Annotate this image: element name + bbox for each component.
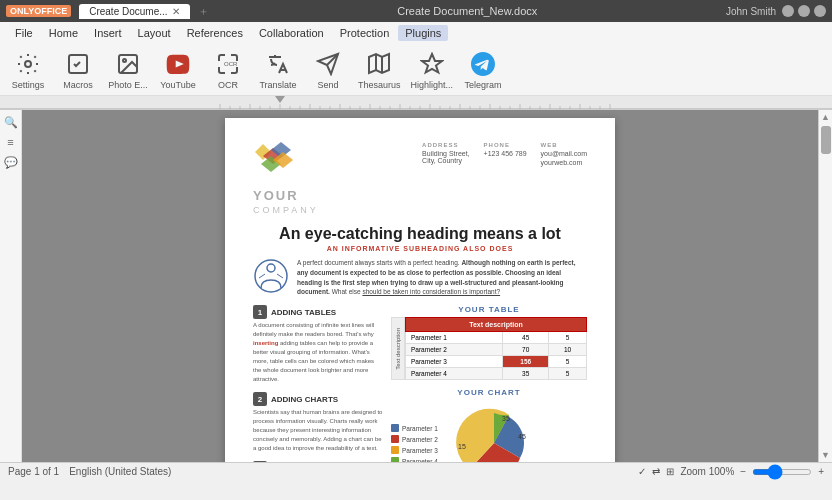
address-label: ADDRESS	[422, 142, 469, 148]
section-1-badge: 1	[253, 305, 267, 319]
menu-layout[interactable]: Layout	[131, 25, 178, 41]
menu-plugins[interactable]: Plugins	[398, 25, 448, 41]
pie-chart: 35 45 70 15	[444, 401, 544, 462]
ocr-label: OCR	[218, 80, 238, 90]
row4-val2: 5	[548, 368, 586, 380]
section-1: 1 ADDING TABLES A document consisting of…	[253, 305, 383, 384]
status-left: Page 1 of 1 English (United States)	[8, 466, 171, 477]
svg-line-56	[277, 274, 283, 278]
phone-value: +123 456 789	[484, 150, 527, 157]
row1-val1: 45	[503, 332, 549, 344]
translate-button[interactable]: Translate	[258, 50, 298, 90]
section-1-title: ADDING TABLES	[271, 308, 336, 317]
two-col-layout: 1 ADDING TABLES A document consisting of…	[253, 305, 587, 462]
row4-label: Parameter 4	[406, 368, 503, 380]
telegram-button[interactable]: Telegram	[463, 50, 503, 90]
nav-sidebar-btn[interactable]: ≡	[3, 134, 19, 150]
search-sidebar-btn[interactable]: 🔍	[3, 114, 19, 130]
spell-check-icon[interactable]: ✓	[638, 466, 646, 477]
chart-legend: Parameter 1 Parameter 2 Parameter 3	[391, 424, 438, 462]
minimize-button[interactable]	[782, 5, 794, 17]
document-tab[interactable]: Create Docume... ✕	[79, 4, 189, 19]
legend-item-2: Parameter 2	[391, 435, 438, 443]
your-table-label: YOUR TABLE	[391, 305, 587, 314]
web-value2: yourweb.com	[541, 159, 587, 166]
thesaurus-icon	[365, 50, 393, 78]
company-logo: YOUR COMPANY	[253, 142, 319, 215]
macros-button[interactable]: Macros	[58, 50, 98, 90]
title-bar-left: ONLYOFFICE Create Docume... ✕ ＋	[6, 4, 209, 19]
photo-label: Photo E...	[108, 80, 148, 90]
row3-val2: 5	[548, 356, 586, 368]
web-value1: you@mail.com	[541, 150, 587, 157]
title-bar-right: John Smith	[726, 5, 826, 17]
web-col: WEB you@mail.com yourweb.com	[541, 142, 587, 166]
photo-button[interactable]: Photo E...	[108, 50, 148, 90]
row3-label: Parameter 3	[406, 356, 503, 368]
zoom-slider[interactable]	[752, 469, 812, 475]
section-2-title: ADDING CHARTS	[271, 395, 338, 404]
view-icon[interactable]: ⊞	[666, 466, 674, 477]
menu-collaboration[interactable]: Collaboration	[252, 25, 331, 41]
telegram-icon	[469, 50, 497, 78]
legend-color-2	[391, 435, 399, 443]
svg-point-54	[267, 264, 275, 272]
settings-button[interactable]: Settings	[8, 50, 48, 90]
highlight-button[interactable]: Highlight...	[411, 50, 454, 90]
row4-val1: 35	[503, 368, 549, 380]
comment-sidebar-btn[interactable]: 💬	[3, 154, 19, 170]
close-button[interactable]	[814, 5, 826, 17]
macros-label: Macros	[63, 80, 93, 90]
section-2-header: 2 ADDING CHARTS	[253, 392, 383, 406]
svg-point-3	[123, 59, 126, 62]
zoom-out-btn[interactable]: −	[740, 466, 746, 477]
legend-color-4	[391, 457, 399, 462]
language-info: English (United States)	[69, 466, 171, 477]
menu-home[interactable]: Home	[42, 25, 85, 41]
intro-icon	[253, 258, 289, 294]
table-side-label: Text description	[391, 317, 405, 380]
v-scrollbar[interactable]: ▲ ▼	[818, 110, 832, 462]
menu-references[interactable]: References	[180, 25, 250, 41]
table-row: Parameter 1 45 5	[406, 332, 587, 344]
address-value: Building Street,City, Country	[422, 150, 469, 164]
youtube-label: YouTube	[160, 80, 195, 90]
logo-shapes	[253, 142, 303, 182]
scroll-thumb[interactable]	[821, 126, 831, 154]
legend-item-3: Parameter 3	[391, 446, 438, 454]
window-controls	[782, 5, 826, 17]
section-3: 3 GRAMMAR AND SPELLING Grammar mistakes …	[253, 461, 383, 462]
menu-file[interactable]: File	[8, 25, 40, 41]
tab-label: Create Docume...	[89, 6, 167, 17]
highlight-label: Highlight...	[411, 80, 454, 90]
scroll-down-btn[interactable]: ▼	[821, 450, 830, 460]
send-button[interactable]: Send	[308, 50, 348, 90]
send-label: Send	[317, 80, 338, 90]
svg-text:45: 45	[518, 433, 526, 440]
legend-label-3: Parameter 3	[402, 447, 438, 454]
ocr-button[interactable]: OCR OCR	[208, 50, 248, 90]
thesaurus-button[interactable]: Thesaurus	[358, 50, 401, 90]
svg-point-0	[25, 61, 31, 67]
menu-insert[interactable]: Insert	[87, 25, 129, 41]
doc-intro: A perfect document always starts with a …	[253, 258, 587, 297]
telegram-label: Telegram	[465, 80, 502, 90]
track-changes-icon[interactable]: ⇄	[652, 466, 660, 477]
scroll-track	[821, 122, 831, 450]
menu-protection[interactable]: Protection	[333, 25, 397, 41]
doc-scroll-area[interactable]: YOUR COMPANY ADDRESS Building Street,Cit…	[22, 110, 818, 462]
tab-close-icon[interactable]: ✕	[172, 6, 180, 17]
new-tab-icon[interactable]: ＋	[198, 4, 209, 19]
section-2: 2 ADDING CHARTS Scientists say that huma…	[253, 392, 383, 453]
svg-text:35: 35	[502, 415, 510, 422]
maximize-button[interactable]	[798, 5, 810, 17]
svg-point-53	[255, 260, 287, 292]
web-label: WEB	[541, 142, 587, 148]
status-bar: Page 1 of 1 English (United States) ✓ ⇄ …	[0, 462, 832, 480]
legend-label-1: Parameter 1	[402, 425, 438, 432]
title-center: Create Document_New.docx	[397, 5, 537, 17]
youtube-button[interactable]: YouTube	[158, 50, 198, 90]
your-chart-label: YOUR CHART	[391, 388, 587, 397]
scroll-up-btn[interactable]: ▲	[821, 112, 830, 122]
zoom-in-btn[interactable]: +	[818, 466, 824, 477]
